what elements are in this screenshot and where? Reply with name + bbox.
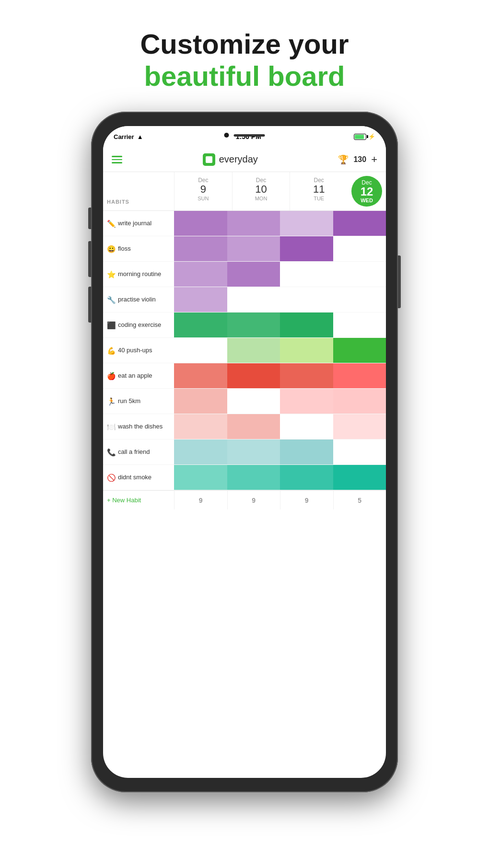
habit-cell[interactable] [333,363,386,388]
date-col-mon: Dec 10 MON [232,172,290,210]
habit-cell[interactable] [280,414,333,439]
habit-cell[interactable] [227,211,280,236]
date-day: SUN [198,196,209,201]
habit-cell[interactable] [280,287,333,312]
habit-name[interactable]: 🍽️wash the dishes [103,414,174,439]
habit-emoji: 🍎 [107,371,116,381]
date-columns: Dec 9 SUN Dec 10 MON Dec 11 TUE Dec 12 W… [174,172,386,210]
habit-name[interactable]: 🍎eat an apple [103,363,174,388]
habit-cell[interactable] [174,363,227,388]
date-num: 12 [361,186,373,197]
date-num: 10 [255,184,267,195]
habit-cell[interactable] [174,389,227,414]
habit-cell[interactable] [333,465,386,490]
habit-name[interactable]: 🏃run 5km [103,389,174,414]
habit-cells [174,287,386,312]
habit-cells [174,211,386,236]
habit-cell[interactable] [227,236,280,261]
habit-name[interactable]: ⭐morning routine [103,262,174,287]
habit-cell[interactable] [227,287,280,312]
menu-line3 [112,162,122,163]
habit-cells [174,465,386,490]
habit-cell[interactable] [174,440,227,464]
habit-row: 😀floss [103,236,386,262]
habit-cell[interactable] [174,414,227,439]
habit-cell[interactable] [280,389,333,414]
habit-name[interactable]: ⬛coding exercise [103,312,174,337]
status-right: ⚡ [354,133,375,140]
content-area: HABITS Dec 9 SUN Dec 10 MON Dec 11 TUE D… [103,172,386,509]
habit-cell[interactable] [227,363,280,388]
habit-emoji: 🍽️ [107,422,116,432]
habit-cell[interactable] [227,465,280,490]
habit-emoji: 💪 [107,346,116,356]
habit-cell[interactable] [174,312,227,337]
habit-cell[interactable] [280,338,333,363]
habit-label: eat an apple [118,372,152,380]
nav-bar: everyday 🏆 130 + [103,147,386,172]
nav-right: 🏆 130 + [338,153,377,166]
habit-cell[interactable] [174,262,227,287]
habit-cell[interactable] [227,389,280,414]
habits-column-header: HABITS [103,172,174,210]
date-col-tue: Dec 11 TUE [290,172,348,210]
habit-cells [174,312,386,337]
habit-row: ✏️write journal [103,211,386,236]
headline-line2: beautiful board [140,59,349,93]
habit-cell[interactable] [333,262,386,287]
volume-silent-button [88,208,91,229]
habit-name[interactable]: 🚫didnt smoke [103,465,174,490]
habit-cell[interactable] [174,236,227,261]
habit-cell[interactable] [280,262,333,287]
habit-cell[interactable] [333,287,386,312]
speaker-slit [234,134,265,137]
habit-emoji: 😀 [107,244,116,254]
habit-cell[interactable] [174,211,227,236]
habit-cell[interactable] [333,312,386,337]
habit-cell[interactable] [174,465,227,490]
habit-row: 🍽️wash the dishes [103,414,386,440]
phone-frame: Carrier ▲ 1:56 PM ⚡ everyda [91,112,398,792]
habit-cell[interactable] [333,236,386,261]
habit-cell[interactable] [280,465,333,490]
habit-cell[interactable] [333,389,386,414]
bottom-score: 9 [280,491,333,509]
habit-cell[interactable] [227,262,280,287]
habit-cell[interactable] [333,338,386,363]
habit-cell[interactable] [280,440,333,464]
habit-label: run 5km [118,397,140,405]
habit-name[interactable]: 😀floss [103,236,174,261]
menu-button[interactable] [112,156,122,163]
habit-name[interactable]: 📞call a friend [103,440,174,464]
habit-name[interactable]: 💪40 push-ups [103,338,174,363]
habit-cell[interactable] [333,414,386,439]
habit-cell[interactable] [227,338,280,363]
habit-cell[interactable] [174,287,227,312]
trophy-icon: 🏆 [338,154,349,165]
habit-cell[interactable] [280,363,333,388]
bottom-bar: + New Habit 9995 [103,490,386,509]
camera-dot [224,133,229,138]
habit-cell[interactable] [174,338,227,363]
habit-cell[interactable] [280,312,333,337]
habit-name[interactable]: 🔧practise violin [103,287,174,312]
add-habit-button[interactable]: + [371,153,377,166]
habit-cell[interactable] [280,236,333,261]
app-logo: everyday [203,153,258,166]
habit-label: practise violin [118,296,156,304]
habit-cell[interactable] [227,414,280,439]
habit-cell[interactable] [333,211,386,236]
battery-fill [355,135,364,139]
habit-cells [174,236,386,261]
habit-emoji: ⬛ [107,321,116,330]
habit-cell[interactable] [227,312,280,337]
wifi-icon: ▲ [137,133,143,140]
habit-name[interactable]: ✏️write journal [103,211,174,236]
score-value: 130 [353,155,366,164]
charging-icon: ⚡ [368,133,375,140]
new-habit-button[interactable]: + New Habit [103,491,174,509]
habit-emoji: ⭐ [107,270,116,279]
habit-cell[interactable] [280,211,333,236]
habit-cell[interactable] [227,440,280,464]
habit-cell[interactable] [333,440,386,464]
